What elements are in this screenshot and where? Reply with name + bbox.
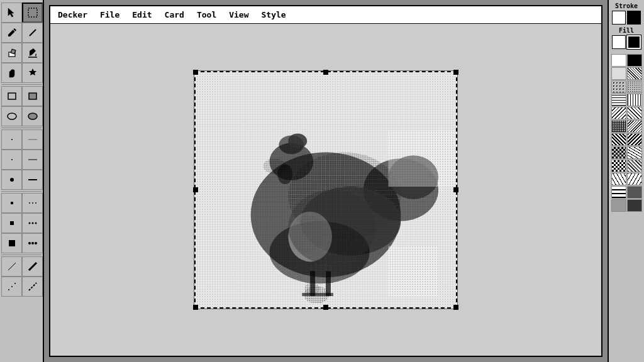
size-sq-3[interactable] <box>1 233 22 253</box>
size-dot-1[interactable] <box>1 129 22 150</box>
svg-point-16 <box>29 202 30 204</box>
pattern-light-gray[interactable] <box>611 67 626 80</box>
pattern-row-12 <box>611 199 642 212</box>
oval-tool[interactable] <box>1 106 22 126</box>
size-row-4 <box>1 193 42 213</box>
size-dots-1[interactable] <box>22 193 43 213</box>
line-icon <box>27 27 38 38</box>
stroke-swatch-black[interactable] <box>627 11 641 25</box>
line-1-icon <box>27 134 38 145</box>
menu-style[interactable]: Style <box>259 9 289 21</box>
line-3-icon <box>27 174 38 185</box>
svg-point-18 <box>35 202 36 204</box>
pattern-grid <box>611 54 642 212</box>
fill-tool[interactable] <box>22 43 43 63</box>
pattern-dots-2[interactable] <box>627 80 642 93</box>
diag-dots-icon <box>6 281 18 292</box>
lasso-icon <box>27 7 38 18</box>
size-row-6 <box>1 233 42 253</box>
pattern-row-6 <box>611 120 642 133</box>
pattern-complex-2[interactable] <box>627 160 642 172</box>
lasso-tool[interactable] <box>22 3 43 23</box>
rect-tool[interactable] <box>1 86 22 106</box>
size-dots-3[interactable] <box>22 233 43 253</box>
svg-point-22 <box>35 222 36 224</box>
tool-row-4 <box>1 63 42 83</box>
pencil-tool[interactable] <box>1 23 22 43</box>
pattern-check-1[interactable] <box>611 146 626 159</box>
diag-dots-tool[interactable] <box>1 277 22 297</box>
pattern-dots-1[interactable] <box>611 80 626 93</box>
svg-line-32 <box>29 283 36 290</box>
size-line-3[interactable] <box>22 170 43 190</box>
oval-fill-icon <box>27 111 38 122</box>
hand-tool[interactable] <box>1 63 22 83</box>
pattern-gray-1[interactable] <box>611 199 626 212</box>
size-row-5 <box>1 213 42 233</box>
size-sq-2[interactable] <box>1 213 22 233</box>
menu-decker[interactable]: Decker <box>55 9 90 21</box>
pattern-wave-1[interactable] <box>611 173 626 185</box>
diag-row-1 <box>1 256 42 277</box>
pattern-dense-2[interactable] <box>627 133 642 146</box>
tool-row-3 <box>1 43 42 63</box>
pattern-white[interactable] <box>611 54 626 67</box>
pattern-hlines[interactable] <box>611 94 626 106</box>
size-row-2 <box>1 150 42 170</box>
diag-thick-tool[interactable] <box>22 256 43 277</box>
oval-fill-tool[interactable] <box>22 106 43 126</box>
size-dot-3[interactable] <box>1 170 22 190</box>
diag-row-2 <box>1 277 42 297</box>
pattern-complex-1[interactable] <box>611 160 626 172</box>
size-dots-2[interactable] <box>22 213 43 233</box>
svg-rect-15 <box>11 202 13 204</box>
pattern-wave-2[interactable] <box>627 173 642 185</box>
chicken-image <box>194 71 457 309</box>
svg-line-27 <box>8 263 16 270</box>
pattern-black[interactable] <box>627 54 642 67</box>
diag-arrow-tool[interactable] <box>22 277 43 297</box>
pattern-cross-2[interactable] <box>627 120 642 133</box>
pattern-noise-1[interactable] <box>627 146 642 159</box>
diag-thin-tool[interactable] <box>1 256 22 277</box>
stroke-swatch-white[interactable] <box>612 11 626 25</box>
pattern-mix-2[interactable] <box>627 186 642 199</box>
size-row-3 <box>1 170 42 190</box>
pattern-gray-2[interactable] <box>627 199 642 212</box>
pattern-row-1 <box>611 54 642 67</box>
menu-file[interactable]: File <box>97 9 122 21</box>
size-row-1 <box>1 129 42 150</box>
card-canvas[interactable] <box>194 70 458 309</box>
pattern-diag-2[interactable] <box>627 107 642 119</box>
dot-3-icon <box>6 174 18 185</box>
pattern-dense-1[interactable] <box>611 133 626 146</box>
svg-point-11 <box>11 159 13 160</box>
line-tool[interactable] <box>22 23 43 43</box>
svg-rect-6 <box>29 93 36 99</box>
size-dot-2[interactable] <box>1 150 22 170</box>
pattern-vlines[interactable] <box>627 94 642 106</box>
sq-1-icon <box>6 197 18 209</box>
pattern-cross-1[interactable] <box>611 120 626 133</box>
size-line-2[interactable] <box>22 150 43 170</box>
eraser-tool[interactable] <box>1 43 22 63</box>
pattern-mix-1[interactable] <box>611 186 626 199</box>
pattern-row-5 <box>611 107 642 119</box>
fill-swatch-white[interactable] <box>612 35 626 49</box>
menu-edit[interactable]: Edit <box>130 9 154 21</box>
pointer-tool[interactable] <box>1 3 22 23</box>
fill-swatches <box>612 35 641 49</box>
pattern-row-4 <box>611 94 642 106</box>
menu-card[interactable]: Card <box>162 9 187 21</box>
rect-fill-tool[interactable] <box>22 86 43 106</box>
pattern-50[interactable] <box>627 67 642 80</box>
fill-swatch-black[interactable] <box>627 35 641 49</box>
size-line-1[interactable] <box>22 129 43 150</box>
stamp-tool[interactable] <box>22 63 43 83</box>
pattern-diag-1[interactable] <box>611 107 626 119</box>
menu-view[interactable]: View <box>226 9 251 21</box>
size-sq-1[interactable] <box>1 193 22 213</box>
svg-point-21 <box>31 222 33 224</box>
svg-point-30 <box>11 286 13 287</box>
menu-tool[interactable]: Tool <box>194 9 219 21</box>
